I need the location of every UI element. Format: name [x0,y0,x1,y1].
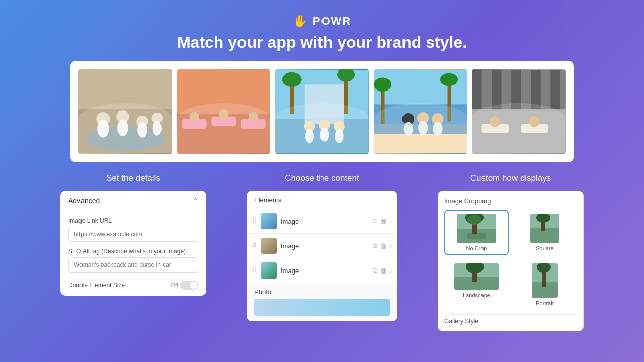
photo-section: Photo [247,283,397,321]
chevron-right-icon[interactable]: › [390,218,392,225]
crop-option-portrait[interactable]: Portrait [513,259,577,310]
no-crop-label: No Crop [466,245,487,251]
photo-label: Photo [254,288,271,296]
delete-icon[interactable]: 🗑 [380,218,387,225]
svg-rect-13 [182,119,206,129]
crop-thumb-no-crop [457,214,496,243]
svg-point-31 [335,129,344,143]
element-actions-3: ⧉ 🗑 › [373,266,392,275]
svg-rect-20 [275,119,369,153]
drag-icon: ⠿ [252,218,257,225]
svg-point-38 [440,73,458,86]
table-row: ⠿ Image ⧉ 🗑 › [247,258,397,283]
copy-icon[interactable]: ⧉ [373,266,377,275]
svg-rect-1 [78,109,172,153]
gallery-image-5 [472,69,566,154]
element-thumb-2 [261,238,277,254]
portrait-label: Portrait [536,300,553,306]
crop-thumb-square [530,214,559,243]
svg-point-7 [97,120,109,138]
svg-point-3 [96,112,110,126]
drag-icon: ⠿ [252,267,257,274]
svg-rect-14 [211,117,236,127]
svg-rect-15 [241,119,266,129]
svg-point-26 [304,121,315,132]
svg-point-39 [402,113,414,125]
chevron-right-icon[interactable]: › [390,267,392,275]
crop-grid: No Crop Square [444,210,577,310]
delete-icon[interactable]: 🗑 [380,267,387,275]
image-link-input[interactable] [68,227,198,242]
svg-point-30 [320,128,329,141]
svg-rect-34 [374,104,467,134]
table-row: ⠿ Image ⧉ 🗑 › [247,209,397,234]
seo-label: SEO Alt tag (Describe what's in your ima… [68,248,198,255]
crop-option-square[interactable]: Square [513,210,577,255]
column-details: Set the details Advanced ⌃ Image Link UR… [60,173,206,331]
svg-rect-50 [531,70,541,109]
elements-header: Elements [247,191,397,209]
svg-point-55 [529,116,540,127]
crop-thumb-landscape [454,263,499,290]
svg-rect-48 [492,70,502,109]
chevron-up-icon[interactable]: ⌃ [192,197,198,205]
logo-text: POWR [313,15,351,28]
image-link-label: Image Link URL [68,217,198,224]
crop-option-landscape[interactable]: Landscape [444,259,509,310]
delete-icon[interactable]: 🗑 [380,242,387,250]
svg-point-4 [116,110,129,123]
svg-point-27 [319,120,330,130]
svg-point-6 [152,113,163,123]
svg-point-54 [490,116,501,127]
gallery-image-4 [374,69,467,154]
crop-thumb-portrait [532,263,558,298]
svg-rect-51 [551,70,561,109]
svg-point-43 [418,121,428,135]
element-name-3: Image [281,267,369,275]
column-display: Custom how displays Image Cropping [438,173,584,331]
column-content: Choose the content Elements ⠿ Image ⧉ 🗑 … [247,173,397,331]
svg-point-41 [432,113,443,125]
toggle-value: Off [171,282,178,288]
panel-advanced-body: Image Link URL SEO Alt tag (Describe wha… [60,211,206,296]
svg-point-16 [189,112,199,122]
chevron-right-icon[interactable]: › [390,242,392,250]
svg-point-44 [433,122,443,136]
gallery-image-1 [78,69,172,154]
drag-icon: ⠿ [252,242,257,249]
column-2-title: Choose the content [285,173,359,184]
logo: ✋ POWR [0,14,644,28]
copy-icon[interactable]: ⧉ [373,217,377,225]
panel-elements: Elements ⠿ Image ⧉ 🗑 › ⠿ Image ⧉ 🗑 › [247,191,397,321]
svg-point-40 [417,112,429,124]
column-3-title: Custom how displays [470,173,551,184]
photo-placeholder [254,299,390,316]
table-row: ⠿ Image ⧉ 🗑 › [247,234,397,258]
svg-point-8 [117,120,128,136]
panel-advanced-header[interactable]: Advanced ⌃ [60,191,206,211]
element-thumb-3 [261,262,277,279]
toggle-label: Double Element Size [68,282,125,289]
svg-point-5 [136,116,148,127]
element-actions-2: ⧉ 🗑 › [373,242,392,250]
header: ✋ POWR Match your app with your brand st… [0,0,644,61]
svg-point-2 [86,126,165,151]
tagline: Match your app with your brand style. [0,33,644,52]
gallery-image-3 [275,69,369,154]
toggle-switch[interactable] [180,281,198,290]
copy-icon[interactable]: ⧉ [373,242,377,250]
bottom-section: Set the details Advanced ⌃ Image Link UR… [0,162,644,331]
element-thumb-1 [261,213,277,229]
element-actions-1: ⧉ 🗑 › [373,217,392,225]
toggle-knob [190,282,197,289]
panel-advanced-title: Advanced [68,197,100,205]
svg-rect-0 [78,70,172,153]
landscape-label: Landscape [463,292,490,298]
crop-option-no-crop[interactable]: No Crop [444,210,509,255]
svg-point-22 [282,72,302,87]
svg-point-17 [219,109,229,119]
seo-input[interactable] [68,257,198,273]
svg-point-42 [403,122,413,136]
crop-title: Image Cropping [444,197,577,205]
column-1-title: Set the details [106,173,160,184]
